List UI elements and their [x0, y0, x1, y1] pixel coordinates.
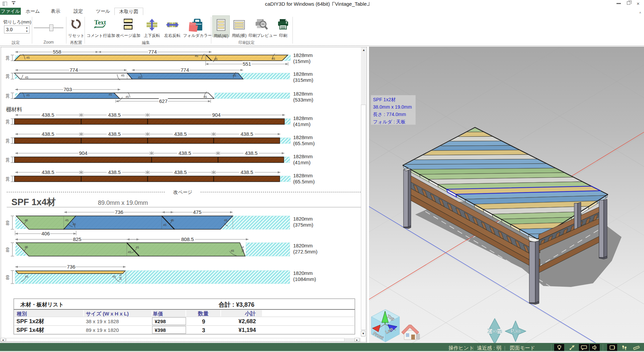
svg-text:438.5: 438.5: [178, 150, 191, 156]
svg-text:774: 774: [148, 49, 157, 55]
svg-text:703: 703: [63, 86, 72, 92]
svg-text:Zoom: Zoom: [487, 328, 502, 334]
svg-text:SPF 1x2材: SPF 1x2材: [16, 318, 44, 325]
svg-text:904: 904: [212, 112, 220, 118]
svg-text:木材・板材リスト: 木材・板材リスト: [20, 302, 64, 307]
svg-text:1820mm: 1820mm: [293, 270, 313, 276]
svg-text:(65.5mm): (65.5mm): [293, 179, 315, 184]
svg-text:小計: 小計: [245, 311, 256, 316]
svg-text:438.5: 438.5: [42, 169, 54, 175]
svg-text:1828mm: 1828mm: [293, 134, 313, 140]
svg-text:438.5: 438.5: [108, 169, 121, 175]
svg-text:38 x 19 x 1828: 38 x 19 x 1828: [86, 318, 119, 324]
svg-text:1828mm: 1828mm: [293, 173, 313, 178]
svg-text:438.5: 438.5: [240, 169, 253, 175]
svg-text:45: 45: [136, 245, 139, 249]
svg-text:(41mm): (41mm): [293, 160, 311, 165]
svg-text:1828mm: 1828mm: [293, 115, 313, 121]
svg-text:45: 45: [224, 218, 227, 222]
svg-text:45: 45: [230, 249, 234, 252]
svg-text:45: 45: [128, 250, 131, 254]
svg-text:38: 38: [5, 138, 10, 143]
svg-text:45: 45: [24, 218, 28, 222]
svg-text:Text: Text: [94, 19, 106, 26]
svg-text:SPF 1x4材: SPF 1x4材: [11, 197, 56, 207]
svg-text:89: 89: [5, 275, 10, 280]
svg-text:438.5: 438.5: [240, 131, 253, 137]
svg-text:475: 475: [193, 209, 201, 215]
svg-text:45: 45: [271, 57, 275, 60]
svg-text:1828mm: 1828mm: [293, 154, 313, 159]
svg-text:45: 45: [26, 56, 30, 59]
svg-text:438.5: 438.5: [108, 131, 121, 137]
svg-text:45: 45: [125, 95, 129, 99]
svg-text:サイズ (W x H x L): サイズ (W x H x L): [86, 311, 129, 316]
svg-text:438.5: 438.5: [42, 131, 54, 137]
svg-text:16.5: 16.5: [118, 274, 122, 281]
svg-text:38: 38: [5, 177, 10, 181]
svg-text:808.5: 808.5: [181, 236, 194, 242]
svg-text:89: 89: [5, 247, 10, 252]
svg-text:(533mm): (533mm): [293, 97, 313, 103]
svg-text:1828mm: 1828mm: [293, 52, 313, 58]
svg-text:45: 45: [65, 218, 69, 222]
svg-text:3: 3: [202, 327, 205, 334]
svg-text:45: 45: [26, 93, 30, 97]
svg-text:45: 45: [232, 73, 236, 77]
svg-text:736: 736: [115, 209, 123, 215]
svg-text:1828mm: 1828mm: [293, 71, 313, 77]
svg-text:45: 45: [163, 223, 167, 227]
svg-text:(15mm): (15mm): [293, 58, 311, 64]
svg-text:45: 45: [112, 275, 116, 278]
svg-text:551: 551: [243, 61, 251, 67]
svg-text:406: 406: [41, 231, 50, 236]
svg-text:(272.5mm): (272.5mm): [293, 249, 318, 254]
svg-text:825: 825: [73, 236, 81, 242]
svg-text:22.5: 22.5: [241, 246, 245, 253]
svg-text:45: 45: [72, 222, 76, 226]
svg-text:774: 774: [69, 67, 78, 73]
svg-text:45: 45: [203, 95, 207, 99]
svg-text:38: 38: [5, 56, 10, 60]
svg-text:(1084mm): (1084mm): [293, 276, 316, 282]
svg-text:89: 89: [5, 221, 10, 225]
svg-text:¥1,194: ¥1,194: [238, 327, 256, 333]
svg-text:45: 45: [214, 57, 218, 61]
svg-text:438.5: 438.5: [174, 169, 187, 175]
svg-text:45: 45: [108, 93, 112, 96]
svg-text:89 x 19 x 1820: 89 x 19 x 1820: [86, 327, 119, 333]
svg-text:774: 774: [180, 67, 189, 73]
svg-text:438.5: 438.5: [174, 131, 187, 137]
svg-text:45: 45: [138, 75, 142, 79]
svg-text:種別: 種別: [16, 311, 27, 316]
svg-text:9: 9: [202, 318, 205, 325]
svg-text:438.5: 438.5: [42, 112, 54, 118]
svg-text:Pan: Pan: [511, 328, 520, 334]
svg-text:736: 736: [67, 264, 75, 270]
svg-text:45: 45: [25, 75, 29, 79]
svg-text:627: 627: [159, 98, 167, 104]
svg-text:89.0mm x 19.0mm: 89.0mm x 19.0mm: [98, 199, 148, 206]
svg-text:38: 38: [5, 94, 10, 98]
svg-text:(41mm): (41mm): [293, 121, 311, 127]
svg-text:1820mm: 1820mm: [293, 216, 313, 222]
svg-text:558: 558: [53, 49, 61, 55]
svg-text:合計 : ¥3,876: 合計 : ¥3,876: [218, 301, 254, 308]
svg-text:(65.5mm): (65.5mm): [293, 140, 315, 146]
svg-text:¥398: ¥398: [155, 327, 166, 333]
svg-text:45: 45: [24, 245, 28, 249]
svg-text:45: 45: [170, 218, 174, 222]
svg-text:438.5: 438.5: [245, 150, 258, 156]
svg-text:438.5: 438.5: [108, 112, 121, 118]
svg-text:45: 45: [195, 54, 198, 58]
svg-text:(375mm): (375mm): [293, 222, 313, 228]
svg-text:¥298: ¥298: [155, 318, 166, 324]
svg-text:改ページ: 改ページ: [173, 189, 193, 195]
svg-text:数量: 数量: [198, 311, 209, 316]
svg-text:904: 904: [79, 150, 87, 156]
svg-text:38: 38: [5, 119, 10, 124]
svg-text:1820mm: 1820mm: [293, 243, 313, 248]
svg-text:棚材料: 棚材料: [6, 107, 22, 112]
svg-text:38: 38: [5, 158, 10, 162]
svg-text:¥2,682: ¥2,682: [238, 318, 256, 325]
